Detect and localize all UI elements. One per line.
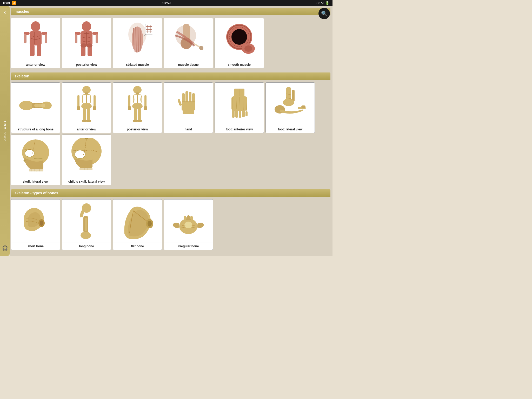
muscle-anterior-svg [21,21,50,58]
card-image-posterior [62,18,111,61]
card-foot-anterior[interactable]: foot: anterior view [215,82,264,133]
svg-rect-2 [24,32,30,35]
svg-rect-90 [189,92,191,102]
card-label-hand: hand [164,126,213,133]
svg-rect-78 [128,95,130,107]
status-time: 13:59 [162,1,171,5]
svg-rect-67 [87,109,90,121]
svg-rect-118 [29,169,43,171]
card-image-striated [113,18,162,61]
svg-rect-63 [94,95,96,107]
card-label-skeleton-posterior: posterior view [113,126,162,133]
svg-rect-64 [77,106,80,110]
card-irregular-bone[interactable]: irregular bone [164,199,213,250]
anatomy-label: ANATOMY [3,120,7,141]
card-skull-lateral[interactable]: skull: lateral view [11,135,60,185]
svg-rect-134 [85,218,87,231]
card-anterior-view[interactable]: anterior view [11,18,60,68]
card-smooth-muscle[interactable]: smooth muscle [215,18,264,68]
irregular-bone-svg [171,203,205,239]
svg-rect-6 [30,45,35,56]
search-icon: 🔍 [321,10,328,17]
svg-point-20 [86,43,92,48]
svg-rect-113 [301,105,305,108]
status-left: iPad 📶 [3,1,16,5]
smooth-muscle-svg [222,21,256,58]
headphone-icon[interactable]: 🎧 [2,245,8,251]
card-image-long-bone [62,200,111,243]
search-button[interactable]: 🔍 [318,8,330,19]
section-muscles: muscles [11,8,330,70]
card-image-child-skull-lateral [62,135,111,178]
svg-rect-66 [83,109,86,121]
bone-types-grid: short bone [11,198,330,251]
svg-rect-88 [182,93,185,102]
card-label-smooth-muscle: smooth muscle [215,61,264,68]
svg-rect-69 [86,120,91,122]
card-flat-bone[interactable]: flat bone [113,199,162,250]
card-image-flat-bone [113,200,162,243]
card-striated-muscle[interactable]: striated muscle [113,18,162,68]
card-skeleton-anterior[interactable]: anterior view [62,82,111,133]
striated-muscle-svg [121,21,154,58]
svg-rect-83 [138,109,141,121]
svg-rect-5 [45,34,47,43]
status-bar: iPad 📶 13:59 33 % 🔋 [0,0,332,6]
card-muscle-tissue[interactable]: muscle tissue [164,18,213,68]
card-child-skull-lateral[interactable]: child's skull: lateral view [62,135,111,185]
svg-rect-98 [232,110,235,118]
svg-point-19 [81,43,87,48]
left-sidebar: ‹ ANATOMY 🎧 [0,6,10,256]
content-area: 🔍 muscles [10,6,332,256]
card-hand[interactable]: hand [164,82,213,133]
card-label-long-bone: long bone [62,243,111,250]
card-label-posterior-view: posterior view [62,61,111,68]
card-posterior-view[interactable]: posterior view [62,18,111,68]
svg-rect-12 [75,32,81,35]
card-foot-lateral[interactable]: foot: lateral view [265,82,315,133]
svg-rect-82 [134,109,137,121]
svg-point-40 [199,46,203,50]
foot-anterior-svg [226,86,252,122]
card-image-smooth-muscle [215,18,264,61]
card-label-child-skull-lateral: child's skull: lateral view [62,178,111,185]
card-skeleton-posterior[interactable]: posterior view [113,82,162,133]
svg-rect-4 [24,34,26,43]
svg-point-47 [19,101,34,110]
card-label-skull-lateral: skull: lateral view [11,178,60,185]
svg-rect-81 [144,106,147,110]
card-long-bone-structure[interactable]: structure of a long bone [11,82,60,133]
back-button[interactable]: ‹ [4,10,6,15]
card-image-muscle-tissue [164,18,213,61]
svg-rect-84 [133,120,138,122]
svg-point-0 [31,21,40,32]
svg-point-61 [81,103,92,109]
device-name: iPad [3,1,10,5]
card-short-bone[interactable]: short bone [11,199,60,250]
foot-lateral-svg [273,86,307,122]
section-header-muscles: muscles [11,8,330,15]
skeleton-posterior-svg [126,86,149,122]
svg-rect-65 [93,106,96,110]
battery-icon: 🔋 [325,1,329,5]
svg-rect-55 [85,92,88,95]
short-bone-svg [19,203,52,239]
card-image-skeleton-anterior [62,83,111,126]
svg-rect-71 [136,92,139,95]
card-image-skull-lateral [11,135,60,178]
svg-point-117 [25,150,34,157]
battery-level: 33 % [316,1,324,5]
svg-rect-68 [82,120,87,122]
section-header-skeleton: skeleton [11,72,330,80]
card-image-anterior [11,18,60,61]
svg-point-110 [283,99,294,106]
muscles-grid: anterior view [11,16,330,70]
card-label-foot-anterior: foot: anterior view [215,126,264,133]
card-image-skeleton-posterior [113,83,162,126]
svg-rect-3 [42,32,47,35]
svg-rect-91 [192,93,195,102]
card-image-foot-lateral [266,83,315,126]
svg-point-130 [40,221,43,226]
card-long-bone[interactable]: long bone [62,199,111,250]
wifi-icon: 📶 [12,1,16,5]
